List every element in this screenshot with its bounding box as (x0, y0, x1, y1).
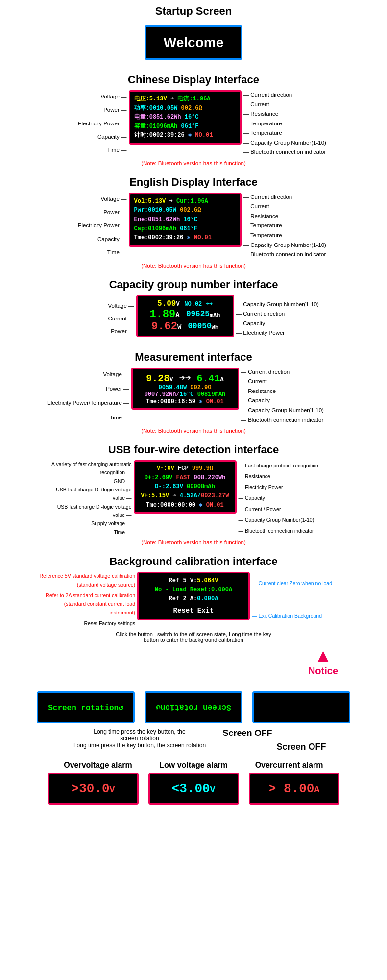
usb-label-fast: A variety of fast charging automatic rec… (48, 460, 132, 477)
cal-annotation-block: Reference 5V standard voltage calibratio… (10, 572, 377, 628)
english-label-voltage: Voltage (43, 195, 127, 204)
usb-rlabel-cap: Capacity (239, 494, 339, 502)
measurement-screen: 9.28V ➜➜ 6.41A 0059.48W 002.9Ω 0007.92Wh… (131, 368, 239, 425)
rotation-normal-wrap: Screen rotation↺ (37, 691, 135, 723)
usb-left-labels: A variety of fast charging automatic rec… (48, 460, 134, 537)
startup-title: Startup Screen (10, 5, 377, 18)
usb-bt-note: (Note: Bluetooth version has this functi… (10, 539, 377, 545)
chinese-label-power: Power (43, 105, 127, 115)
chinese-rlabel-cur: Current (243, 100, 344, 110)
usb-title: USB four-wire detection interface (10, 443, 377, 456)
english-row3: Ene:0851.62Wh 16°C (134, 215, 236, 224)
usb-rlabel-bt: Bluetooth connection indicator (239, 527, 339, 535)
usb-section: USB four-wire detection interface A vari… (0, 439, 387, 550)
chinese-label-time: Time (43, 146, 127, 155)
chinese-label-elec: Electricity Power (43, 119, 127, 129)
rotation-longpress-label: Long time press the key button, the scre… (91, 728, 189, 742)
measurement-annotation-block: Voltage Power Electricity Power/Temperat… (10, 368, 377, 425)
rotation-labels-row: Long time press the key button, the scre… (10, 728, 377, 742)
meas-row3: 0007.92Wh/16°C 00819mAh (138, 391, 233, 398)
english-label-power: Power (43, 208, 127, 218)
welcome-screen: Welcome (145, 25, 242, 60)
measurement-left-labels: Voltage Power Electricity Power/Temperat… (46, 368, 131, 425)
chinese-bt-note: (Note: Bluetooth version has this functi… (10, 160, 377, 166)
usb-annotation-block: A variety of fast charging automatic rec… (10, 460, 377, 537)
capgroup-rlabel-cap: Capacity (236, 319, 337, 329)
chinese-left-labels: Voltage Power Electricity Power Capacity… (43, 90, 129, 157)
notice-inner: ▲ Notice (308, 646, 338, 677)
usb-rlabel-elec: Electricity Power (239, 483, 339, 491)
meas-row4: Tme:0000:16:59 ✱ ON.01 (138, 398, 233, 405)
chinese-rlabel-cur-dir: Current direction (243, 90, 344, 100)
english-left-labels: Voltage Power Electricity Power Capacity… (43, 193, 129, 260)
rotation-normal-screen: Screen rotation↺ (37, 691, 135, 723)
overvoltage-value: >30.0V (72, 782, 115, 796)
english-annotation-block: Voltage Power Electricity Power Capacity… (10, 193, 377, 260)
meas-rlabel-cap: Capacity (241, 396, 342, 406)
rotation-flipped-screen: Screen rotation↺ (145, 691, 242, 723)
chinese-annotation-block: Voltage Power Electricity Power Capacity… (10, 90, 377, 157)
cal-label-reset: Reset Factory settings (39, 619, 135, 628)
cal-note: Click the button , switch to the off-scr… (115, 631, 272, 643)
english-rlabel-cur-dir: Current direction (243, 193, 344, 202)
chinese-screen: 电压:5.13V ➜ 电流:1.96A 功率:0010.05W 002.6Ω 电… (129, 90, 242, 157)
english-title: English Display Interface (10, 176, 377, 189)
english-label-time: Time (43, 248, 127, 258)
alarm-titles-row: Overvoltage alarm Low voltage alarm Over… (10, 761, 377, 770)
measurement-title: Measurement interface (10, 351, 377, 364)
usb-row4: V+:5.15V ➜ 4.52A/0023.27W (139, 491, 231, 501)
chinese-right-labels: Current direction Current Resistance Tem… (242, 90, 344, 157)
chinese-rlabel-res: Resistance (243, 109, 344, 119)
capgroup-left-labels: Voltage Current Power (50, 295, 136, 338)
usb-screen: V-:0V FCP 999.9Ω D+:2.69V FAST 008.220Wh… (134, 460, 237, 537)
english-section: English Display Interface Voltage Power … (0, 171, 387, 273)
english-rlabel-cur: Current (243, 202, 344, 212)
meas-lcd: 9.28V ➜➜ 6.41A 0059.48W 002.9Ω 0007.92Wh… (131, 368, 239, 410)
chinese-section: Chinese Display Interface Voltage Power … (0, 69, 387, 171)
alarm-section: Overvoltage alarm Low voltage alarm Over… (0, 756, 387, 817)
cal-title: Background calibration interface (10, 555, 377, 568)
english-rlabel-bt: Bluetooth connection indicator (243, 250, 344, 260)
measurement-section: Measurement interface Voltage Power Elec… (0, 346, 387, 439)
capgroup-label-voltage: Voltage (50, 301, 134, 311)
cal-left-labels: Reference 5V standard voltage calibratio… (39, 572, 137, 628)
screen-off-label-2: Screen OFF (252, 742, 350, 752)
english-rlabel-temp1: Temperature (243, 221, 344, 231)
usb-row3: D-:2.63V 00008mAh (139, 482, 231, 491)
usb-label-time: Time (48, 528, 132, 537)
usb-row1: V-:0V FCP 999.9Ω (139, 464, 231, 473)
chinese-row4: 容量:01096mAh 061°F (134, 122, 236, 131)
usb-lcd: V-:0V FCP 999.9Ω D+:2.69V FAST 008.220Wh… (134, 460, 237, 514)
lowvoltage-value: <3.00V (172, 782, 216, 796)
english-label-cap: Capacity (43, 235, 127, 245)
english-row4: Cap:01096mAh 061°F (134, 224, 236, 234)
usb-right-labels: Fast charge protocol recognition Resista… (237, 460, 339, 537)
usb-row2: D+:2.69V FAST 008.220Wh (139, 473, 231, 483)
capgroup-label-current: Current (50, 314, 134, 324)
capgroup-row3: 9.62W 00050Wh (143, 320, 228, 333)
overcurrent-value: > 8.00A (268, 782, 319, 796)
measurement-right-labels: Current direction Current Resistance Cap… (239, 368, 342, 425)
capgroup-rlabel-capgrp: Capacity Group Number(1-10) (236, 300, 337, 310)
startup-section: Startup Screen Welcome (0, 0, 387, 69)
usb-rlabel-cur-power: Current / Power (239, 505, 339, 514)
cal-rlabel-exit: — Exit Calibration Background (252, 612, 348, 621)
lowvoltage-title: Low voltage alarm (148, 761, 239, 770)
meas-row1: 9.28V ➜➜ 6.41A (138, 372, 233, 384)
meas-rlabel-cur: Current (241, 377, 342, 387)
capgroup-screen: 5.09V NO.02 ➜➜ 1.89A 09625mAh 9.62W 0005… (136, 295, 234, 338)
usb-rlabel-capgrp: Capacity Group Number(1-10) (239, 516, 339, 524)
meas-rlabel-capgrp: Capacity Group Number(1-10) (241, 406, 342, 416)
english-row1: Vol:5.13V ➜ Cur:1.96A (134, 197, 236, 206)
usb-rlabel-fast-proto: Fast charge protocol recognition (239, 462, 339, 470)
capgroup-rlabel-elec: Electricity Power (236, 328, 337, 338)
usb-label-supply: Supply voltage (48, 519, 132, 528)
cal-row4: Reset Exit (144, 606, 243, 616)
usb-row5: Tme:0000:00:00 ✱ ON.01 (139, 501, 231, 510)
meas-bt-note: (Note: Bluetooth version has this functi… (10, 428, 377, 434)
chinese-title: Chinese Display Interface (10, 74, 377, 86)
notice-label: Notice (308, 665, 338, 677)
usb-rlabel-res: Resistance (239, 472, 339, 481)
capgroup-row1: 5.09V NO.02 ➜➜ (143, 299, 228, 308)
meas-rlabel-res: Resistance (241, 387, 342, 396)
